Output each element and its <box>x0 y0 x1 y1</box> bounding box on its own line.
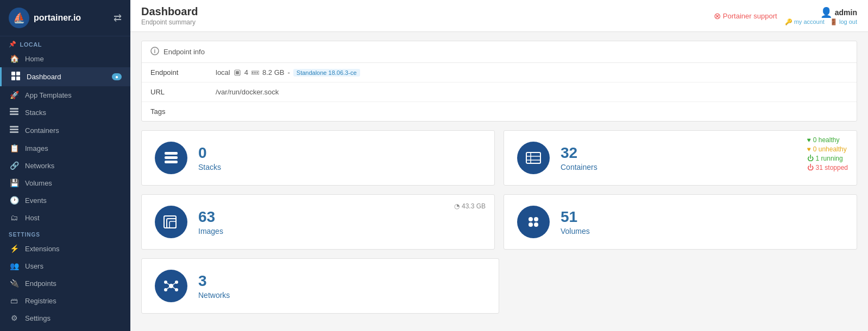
endpoint-label: Endpoint <box>150 68 216 77</box>
my-account-link[interactable]: 🔑 my account <box>785 18 825 26</box>
sidebar-item-networks-label: Networks <box>25 162 54 170</box>
svg-rect-21 <box>165 152 178 155</box>
volumes-stat-icon <box>525 214 542 230</box>
sidebar-item-home-label: Home <box>25 55 44 63</box>
events-icon: 🕐 <box>9 196 20 205</box>
svg-text:⛵: ⛵ <box>13 12 26 24</box>
sidebar-item-volumes[interactable]: 💾 Volumes <box>0 174 130 192</box>
header-left: Dashboard Endpoint summary <box>141 5 198 26</box>
sidebar-item-users[interactable]: 👥 Users <box>0 257 130 275</box>
svg-rect-2 <box>11 72 15 75</box>
settings-icon: ⚙ <box>9 314 20 322</box>
running-icon: ⏻ <box>807 155 814 162</box>
sidebar-item-networks[interactable]: 🔗 Networks <box>0 157 130 174</box>
svg-rect-15 <box>236 71 239 74</box>
registries-icon: 🗃 <box>9 296 20 305</box>
containers-stat-icon <box>525 150 542 166</box>
svg-rect-7 <box>10 111 18 112</box>
logo-text: portainer.io <box>34 13 81 23</box>
images-icon: 📋 <box>9 144 20 152</box>
containers-count: 32 <box>561 144 597 162</box>
volumes-stat-card[interactable]: 51 Volumes <box>504 194 857 250</box>
sidebar-item-dashboard-label: Dashboard <box>27 73 61 81</box>
memory-value: 8.2 GB <box>262 68 284 77</box>
sidebar-item-containers-label: Containers <box>25 126 59 135</box>
tags-row: Tags <box>142 102 857 121</box>
stacks-count: 0 <box>198 144 221 162</box>
tags-label: Tags <box>150 107 216 116</box>
support-error-icon: ⊗ <box>714 11 721 21</box>
stacks-stat-card[interactable]: 0 Stacks <box>141 130 495 186</box>
svg-rect-5 <box>16 77 20 80</box>
heart-healthy-icon: ♥ <box>807 136 811 144</box>
images-label: Images <box>198 227 223 235</box>
transfer-icon[interactable]: ⇄ <box>114 12 122 24</box>
svg-rect-22 <box>165 156 178 159</box>
stacks-label: Stacks <box>198 163 221 171</box>
admin-avatar-icon: 👤 <box>820 7 832 18</box>
stacks-stat-icon <box>163 150 179 166</box>
sidebar-item-dashboard[interactable]: Dashboard ● <box>0 67 130 86</box>
url-value: /var/run/docker.sock <box>216 88 279 96</box>
stopped-icon: ⏻ <box>807 164 814 171</box>
containers-stat-card[interactable]: 32 Containers ♥ 0 healthy ♥ 0 unhealthy … <box>504 130 857 186</box>
admin-name: 👤 admin <box>820 7 857 18</box>
sidebar: ⛵ portainer.io ⇄ 📌 LOCAL 🏠 Home Dashboar… <box>0 0 130 331</box>
endpoint-info-title: Endpoint info <box>163 48 205 56</box>
svg-rect-11 <box>10 131 18 133</box>
main-content: Dashboard Endpoint summary ⊗ Portainer s… <box>130 0 868 331</box>
containers-healthy: ♥ 0 healthy <box>807 136 848 144</box>
containers-icon <box>9 126 20 135</box>
images-icon-circle <box>155 206 187 238</box>
support-link[interactable]: ⊗ Portainer support <box>714 11 777 21</box>
svg-rect-29 <box>167 219 176 228</box>
volumes-icon-circle <box>517 206 550 238</box>
stats-grid: 0 Stacks 32 Containers <box>141 130 857 314</box>
networks-stat-info: 3 Networks <box>198 272 230 300</box>
app-templates-icon: 🚀 <box>9 91 20 99</box>
sidebar-item-containers[interactable]: Containers <box>0 122 130 139</box>
networks-count: 3 <box>198 272 230 290</box>
sidebar-item-stacks[interactable]: Stacks <box>0 104 130 122</box>
sidebar-item-home[interactable]: 🏠 Home <box>0 50 130 67</box>
endpoints-icon: 🔌 <box>9 279 20 288</box>
svg-rect-6 <box>10 108 18 110</box>
sidebar-item-registries[interactable]: 🗃 Registries <box>0 292 130 309</box>
sidebar-item-host[interactable]: 🗂 Host <box>0 209 130 226</box>
log-out-link[interactable]: 🚪 log out <box>830 18 857 26</box>
svg-rect-24 <box>526 152 540 163</box>
cpu-count: 4 <box>244 68 248 77</box>
sidebar-item-app-templates[interactable]: 🚀 App Templates <box>0 86 130 104</box>
sidebar-item-stacks-label: Stacks <box>25 109 46 117</box>
svg-text:i: i <box>154 48 156 54</box>
host-icon: 🗂 <box>9 213 20 222</box>
settings-section-label: SETTINGS <box>0 226 130 240</box>
dashboard-badge: ● <box>112 73 122 80</box>
volumes-count: 51 <box>561 208 590 226</box>
sidebar-item-events[interactable]: 🕐 Events <box>0 192 130 209</box>
home-icon: 🏠 <box>9 54 20 63</box>
sidebar-item-settings-label: Settings <box>25 314 51 322</box>
extensions-icon: ⚡ <box>9 244 20 253</box>
endpoint-info-card: i Endpoint info Endpoint local 4 8.2 GB … <box>141 41 857 122</box>
header: Dashboard Endpoint summary ⊗ Portainer s… <box>130 0 868 32</box>
volumes-nav-icon: 💾 <box>9 179 20 187</box>
svg-point-32 <box>534 217 538 221</box>
logo-area: ⛵ portainer.io ⇄ <box>0 0 130 36</box>
volumes-stat-info: 51 Volumes <box>561 208 590 235</box>
networks-stat-card[interactable]: 3 Networks <box>141 258 499 314</box>
stacks-icon <box>9 108 20 117</box>
endpoint-info-body: Endpoint local 4 8.2 GB - Standalone 18.… <box>142 63 857 121</box>
sidebar-item-settings[interactable]: ⚙ Settings <box>0 309 130 327</box>
containers-unhealthy: ♥ 0 unhealthy <box>807 145 848 153</box>
stacks-icon-circle <box>155 142 187 174</box>
images-stat-card[interactable]: 63 Images ◔ 43.3 GB <box>141 194 495 250</box>
key-icon: 🔑 <box>785 18 792 25</box>
sidebar-item-endpoints[interactable]: 🔌 Endpoints <box>0 275 130 292</box>
endpoint-value: local 4 8.2 GB - Standalone 18.06.3-ce <box>216 68 360 77</box>
sidebar-item-images[interactable]: 📋 Images <box>0 139 130 157</box>
endpoint-name: local <box>216 68 230 77</box>
endpoint-row: Endpoint local 4 8.2 GB - Standalone 18.… <box>142 63 857 82</box>
sidebar-item-extensions[interactable]: ⚡ Extensions <box>0 240 130 257</box>
svg-rect-18 <box>254 72 255 73</box>
